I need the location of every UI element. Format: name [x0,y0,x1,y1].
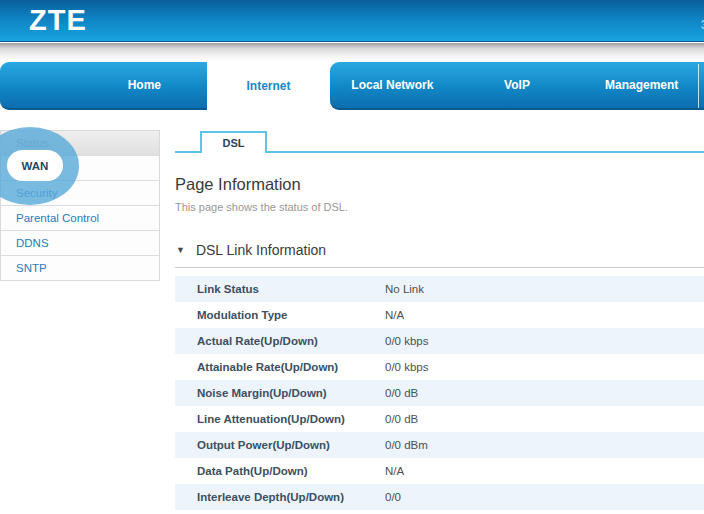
row-value: N/A [385,309,404,321]
table-row: Line Attenuation(Up/Down) 0/0 dB [175,406,704,432]
table-row: Actual Rate(Up/Down) 0/0 kbps [175,328,704,354]
section-divider [175,267,704,268]
zte-logo: ZTE [29,4,87,37]
dsl-link-info-table: Link Status No Link Modulation Type N/A … [175,276,704,510]
row-label: Modulation Type [197,309,288,321]
row-value: 0/0 kbps [385,361,428,373]
main-nav: Home Internet Local Network VoIP Managem… [0,62,704,110]
sidebar-item-wan[interactable]: WAN [1,156,159,181]
section-title: DSL Link Information [196,242,326,258]
router-admin-page: ZTE 3 Home Internet Local Network VoIP M… [0,0,704,514]
row-label: Actual Rate(Up/Down) [197,335,318,347]
row-label: Line Attenuation(Up/Down) [197,413,345,425]
sidebar-item-sntp[interactable]: SNTP [1,256,159,281]
sidebar-item-ddns[interactable]: DDNS [1,231,159,256]
section-header-dsl-link-information[interactable]: ▼ DSL Link Information [176,242,326,258]
row-value: 0/0 [385,491,401,503]
table-row: Link Status No Link [175,276,704,302]
table-row: Output Power(Up/Down) 0/0 dBm [175,432,704,458]
page-title: Page Information [175,175,301,194]
row-label: Data Path(Up/Down) [197,465,308,477]
row-label: Noise Margin(Up/Down) [197,387,327,399]
row-value: No Link [385,283,424,295]
tab-dsl[interactable]: DSL [200,131,267,153]
sidebar-item-status[interactable]: Status [1,131,159,156]
sidebar: Status WAN Security Parental Control DDN… [0,130,160,281]
row-label: Attainable Rate(Up/Down) [197,361,338,373]
collapse-triangle-icon: ▼ [176,245,185,255]
row-label: Interleave Depth(Up/Down) [197,491,344,503]
header-divider-band [0,43,704,62]
row-label: Output Power(Up/Down) [197,439,330,451]
table-row: Data Path(Up/Down) N/A [175,458,704,484]
sidebar-item-security[interactable]: Security [1,181,159,206]
brand-header: ZTE 3 [0,0,704,42]
nav-tab-voip[interactable]: VoIP [455,78,580,92]
row-value: 0/0 dB [385,387,418,399]
page-description: This page shows the status of DSL. [175,201,348,213]
nav-tab-home[interactable]: Home [0,62,207,110]
nav-tab-internet[interactable]: Internet [207,62,330,110]
row-value: 0/0 dBm [385,439,428,451]
nav-tab-local-network[interactable]: Local Network [330,78,455,92]
nav-tab-internet-label: Internet [246,79,290,93]
row-value: 0/0 kbps [385,335,428,347]
table-row: Modulation Type N/A [175,302,704,328]
table-row: Interleave Depth(Up/Down) 0/0 [175,484,704,510]
nav-tab-management[interactable]: Management [579,78,704,92]
tab-dsl-label: DSL [223,137,245,149]
nav-separator [698,64,699,108]
sidebar-item-parental-control[interactable]: Parental Control [1,206,159,231]
table-row: Noise Margin(Up/Down) 0/0 dB [175,380,704,406]
row-value: N/A [385,465,404,477]
nav-group-right: Local Network VoIP Management [330,62,704,110]
row-label: Link Status [197,283,259,295]
row-value: 0/0 dB [385,413,418,425]
table-row: Attainable Rate(Up/Down) 0/0 kbps [175,354,704,380]
nav-tab-home-label: Home [128,78,161,92]
